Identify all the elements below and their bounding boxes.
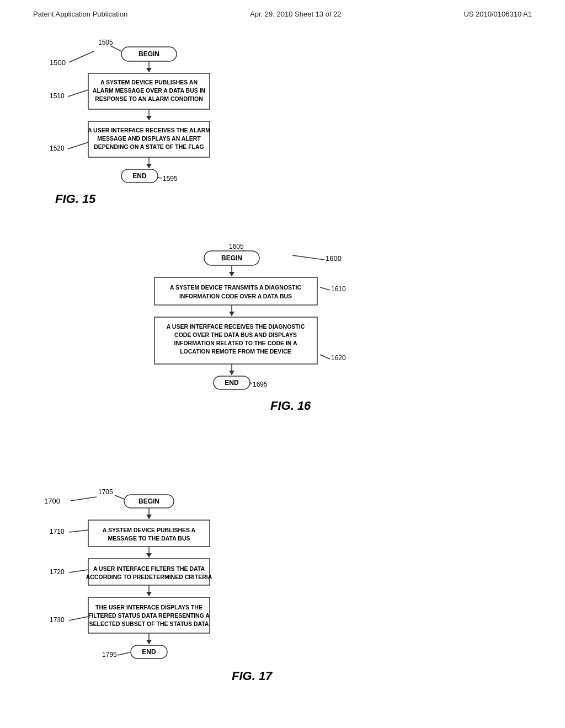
fig15-step1-connector [68, 90, 88, 97]
fig17-step1-label: 1710 [50, 528, 65, 536]
fig15-step2-text1: A USER INTERFACE RECEIVES THE ALARM [88, 127, 210, 133]
page: Patent Application Publication Apr. 29, … [0, 0, 565, 728]
fig17-step3-connector [69, 617, 88, 620]
fig17-step2-text2: ACCORDING TO PREDETERMINED CRITERIA [86, 574, 212, 580]
fig17-begin-connector [115, 495, 124, 499]
fig15-step2-text3: DEPENDING ON A STATE OF THE FLAG [94, 143, 204, 150]
fig15-arrowhead2 [146, 116, 152, 120]
fig15-diagram-label: 1500 [50, 58, 66, 67]
fig16-step2-text4: LOCATION REMOTE FROM THE DEVICE [180, 348, 291, 355]
fig16-label-arrow [292, 255, 324, 260]
fig17-end-text: END [142, 648, 156, 656]
fig17-step2-connector [69, 570, 88, 572]
fig16-end-label: 1695 [253, 381, 268, 388]
fig16-step2-text1: A USER INTERFACE RECEIVES THE DIAGNOSTIC [167, 323, 305, 330]
fig16-begin-text: BEGIN [221, 254, 242, 262]
fig17-section: 1700 1705 BEGIN 1710 A SYSTEM DEVICE PUB… [33, 487, 532, 724]
fig17-step3-text3: SELECTED SUBSET OF THE STATUS DATA [89, 620, 209, 627]
fig15-step1-label: 1510 [50, 92, 65, 100]
fig16-step1-connector [320, 287, 330, 290]
fig15-step2-text2: MESSAGE AND DISPLAYS AN ALERT [97, 135, 201, 142]
fig15-begin-connector [110, 46, 121, 51]
fig17-title: FIG. 17 [232, 669, 273, 683]
fig17-begin-label: 1705 [98, 488, 113, 496]
fig17-diagram: 1700 1705 BEGIN 1710 A SYSTEM DEVICE PUB… [33, 487, 364, 724]
fig17-step1-text2: MESSAGE TO THE DATA BUS [108, 535, 190, 542]
fig17-arrowhead3 [146, 592, 152, 596]
fig16-begin-label: 1605 [229, 243, 244, 250]
fig15-end-label: 1595 [163, 175, 178, 183]
fig17-step3-text1: THE USER INTERFACE DISPLAYS THE [95, 604, 202, 611]
fig15-arrowhead3 [146, 164, 152, 168]
fig16-step1-text2: INFORMATION CODE OVER A DATA BUS [179, 293, 292, 299]
fig16-section: 1600 1605 BEGIN 1610 A SYSTEM DEVICE TRA… [33, 239, 532, 470]
fig16-arrowhead2 [229, 312, 234, 316]
fig15-step1-text1: A SYSTEM DEVICE PUBLISHES AN [100, 79, 198, 85]
fig15-step1-text3: RESPONSE TO AN ALARM CONDITION [95, 95, 203, 102]
fig15-step2-connector [68, 142, 88, 149]
fig17-begin-text: BEGIN [138, 497, 159, 505]
fig15-title: FIG. 15 [55, 192, 96, 206]
fig15-step2-label: 1520 [50, 144, 65, 152]
fig16-diagram: 1600 1605 BEGIN 1610 A SYSTEM DEVICE TRA… [33, 239, 419, 470]
fig17-end-connector [118, 652, 130, 655]
fig17-step1-connector [69, 530, 88, 532]
fig17-step2-text1: A USER INTERFACE FILTERS THE DATA [93, 565, 205, 572]
header-center: Apr. 29, 2010 Sheet 13 of 22 [250, 10, 342, 18]
fig16-end-text: END [225, 379, 239, 387]
fig15-diagram: 1500 1505 BEGIN 1510 A SYSTEM DEVICE PUB… [33, 35, 353, 222]
fig17-label-arrow [71, 497, 97, 501]
fig15-step1-text2: ALARM MESSAGE OVER A DATA BUS IN [93, 87, 205, 94]
fig16-title: FIG. 16 [270, 399, 311, 413]
fig17-step2-box [88, 559, 210, 585]
fig17-step3-label: 1730 [50, 616, 65, 624]
fig16-arrowhead1 [229, 272, 234, 276]
fig17-step1-box [88, 520, 210, 547]
fig17-end-label: 1795 [102, 651, 117, 659]
fig15-arrow-label [69, 51, 94, 62]
fig17-step1-text1: A SYSTEM DEVICE PUBLISHES A [103, 527, 196, 533]
header-left: Patent Application Publication [33, 10, 127, 18]
fig16-step2-label: 1620 [331, 354, 346, 362]
fig16-step2-text2: CODE OVER THE DATA BUS AND DISPLAYS [174, 331, 297, 338]
fig17-step3-text2: FILTERED STATUS DATA REPRESENTING A [88, 612, 210, 619]
header-right: US 2010/0106310 A1 [463, 10, 532, 18]
fig16-step2-text3: INFORMATION RELATED TO THE CODE IN A [174, 340, 297, 346]
fig16-arrowhead3 [229, 371, 234, 375]
fig15-arrowhead1 [146, 68, 152, 72]
fig16-step1-text1: A SYSTEM DEVICE TRANSMITS A DIAGNOSTIC [170, 284, 301, 291]
main-content: 1500 1505 BEGIN 1510 A SYSTEM DEVICE PUB… [0, 24, 565, 728]
fig17-arrowhead2 [146, 553, 152, 558]
fig17-diagram-label: 1700 [44, 497, 60, 505]
fig15-begin-text: BEGIN [138, 50, 159, 58]
fig16-step2-connector [320, 355, 330, 359]
fig15-begin-label: 1505 [98, 39, 113, 46]
fig15-end-text: END [132, 172, 147, 180]
fig16-step1-label: 1610 [331, 285, 346, 293]
fig16-diagram-label: 1600 [326, 254, 342, 263]
fig15-section: 1500 1505 BEGIN 1510 A SYSTEM DEVICE PUB… [33, 35, 532, 222]
fig16-step1-box [154, 277, 317, 305]
page-header: Patent Application Publication Apr. 29, … [0, 0, 565, 24]
fig17-arrowhead1 [146, 515, 152, 519]
fig17-step2-label: 1720 [50, 568, 65, 576]
fig17-arrowhead4 [146, 640, 152, 644]
